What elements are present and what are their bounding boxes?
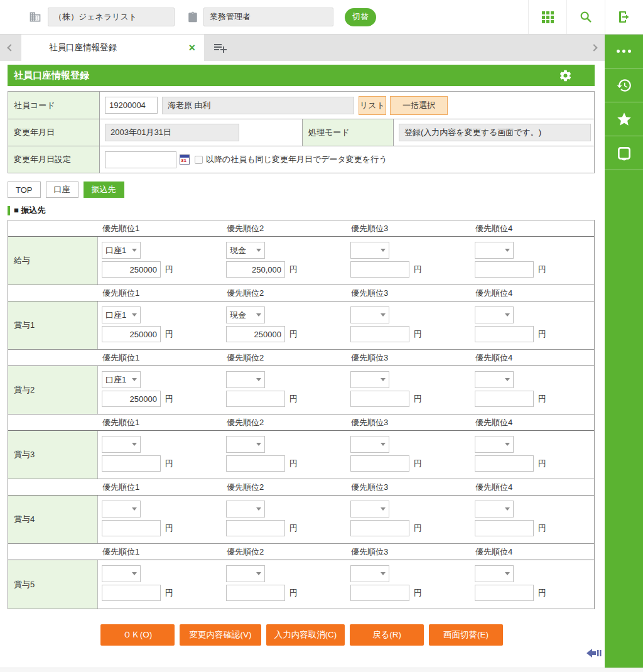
priority-cell: 口座1 円 bbox=[98, 237, 222, 285]
account-select[interactable] bbox=[226, 371, 265, 388]
favorites-button[interactable] bbox=[605, 102, 643, 136]
account-select[interactable]: 口座1 bbox=[102, 242, 141, 259]
priority-header-row: 優先順位1 優先順位2 優先順位3 優先順位4 bbox=[8, 415, 594, 431]
account-select[interactable] bbox=[102, 501, 141, 518]
priority-header: 優先順位1 bbox=[98, 546, 222, 558]
yen-label: 円 bbox=[414, 523, 422, 534]
collapse-sidebar-button[interactable] bbox=[586, 647, 603, 662]
account-select[interactable] bbox=[350, 501, 389, 518]
back-button[interactable]: 戻る(R) bbox=[350, 624, 424, 646]
bulk-select-button[interactable]: 一括選択 bbox=[390, 96, 448, 115]
account-select[interactable] bbox=[102, 436, 141, 453]
footer-buttons: ＯＫ(O) 変更内容確認(V) 入力内容取消(C) 戻る(R) 画面切替(E) bbox=[8, 624, 602, 646]
apply-following-checkbox[interactable] bbox=[195, 156, 203, 164]
amount-input[interactable] bbox=[226, 455, 285, 472]
account-select[interactable] bbox=[475, 242, 514, 259]
yen-label: 円 bbox=[538, 523, 546, 534]
amount-input[interactable] bbox=[475, 326, 534, 342]
amount-input[interactable] bbox=[226, 585, 285, 601]
tab-scroll-right-button[interactable] bbox=[586, 35, 602, 61]
switch-screen-button[interactable]: 画面切替(E) bbox=[429, 624, 503, 646]
amount-input[interactable] bbox=[102, 585, 161, 601]
tab-top[interactable]: TOP bbox=[8, 182, 41, 198]
ok-button[interactable]: ＯＫ(O) bbox=[100, 624, 175, 646]
priority-cell: 現金 円 bbox=[222, 237, 347, 285]
more-menu-button[interactable] bbox=[605, 35, 643, 68]
row-label: 賞与1 bbox=[8, 301, 98, 349]
tab-transfer[interactable]: 振込先 bbox=[84, 182, 124, 198]
cancel-input-button[interactable]: 入力内容取消(C) bbox=[266, 624, 345, 646]
amount-input[interactable] bbox=[475, 455, 534, 472]
app-grid-button[interactable] bbox=[528, 0, 566, 34]
confirm-changes-button[interactable]: 変更内容確認(V) bbox=[180, 624, 261, 646]
account-select[interactable] bbox=[226, 501, 265, 518]
change-date-setting-label: 変更年月日設定 bbox=[8, 146, 100, 173]
account-select[interactable] bbox=[350, 371, 389, 388]
account-select[interactable] bbox=[475, 501, 514, 518]
amount-input[interactable] bbox=[102, 455, 161, 472]
account-select[interactable] bbox=[102, 565, 141, 582]
account-select[interactable]: 口座1 bbox=[102, 371, 141, 388]
chevron-down-icon bbox=[381, 507, 386, 511]
account-select[interactable]: 現金 bbox=[226, 242, 265, 259]
list-button[interactable]: リスト bbox=[359, 96, 386, 115]
amount-input[interactable] bbox=[475, 585, 534, 601]
tab-close-icon[interactable]: × bbox=[188, 42, 195, 53]
amount-input[interactable] bbox=[350, 585, 409, 601]
account-select[interactable] bbox=[475, 306, 514, 323]
account-select[interactable]: 現金 bbox=[226, 306, 265, 323]
account-select[interactable] bbox=[475, 565, 514, 582]
company-field[interactable] bbox=[48, 8, 175, 26]
process-mode-label: 処理モード bbox=[302, 119, 394, 146]
account-select[interactable] bbox=[226, 436, 265, 453]
account-select[interactable] bbox=[350, 565, 389, 582]
amount-input[interactable] bbox=[475, 391, 534, 407]
account-select[interactable] bbox=[475, 436, 514, 453]
priority-header: 優先順位1 bbox=[98, 482, 222, 493]
amount-input[interactable] bbox=[350, 391, 409, 407]
amount-input[interactable] bbox=[102, 261, 161, 278]
tab-scroll-left-button[interactable] bbox=[0, 35, 21, 61]
yen-label: 円 bbox=[289, 393, 298, 404]
change-date-setting-input[interactable] bbox=[105, 151, 176, 168]
yen-label: 円 bbox=[414, 264, 422, 275]
amount-input[interactable] bbox=[226, 326, 285, 342]
amount-input[interactable] bbox=[350, 326, 409, 342]
amount-input[interactable] bbox=[475, 520, 534, 536]
account-select[interactable] bbox=[475, 371, 514, 388]
account-select[interactable] bbox=[350, 242, 389, 259]
account-select[interactable] bbox=[350, 436, 389, 453]
amount-input[interactable] bbox=[350, 520, 409, 536]
role-field[interactable] bbox=[203, 8, 333, 26]
gear-icon bbox=[559, 69, 572, 82]
employee-code-input[interactable] bbox=[105, 97, 158, 114]
amount-input[interactable] bbox=[226, 261, 285, 278]
calendar-icon[interactable]: 31 bbox=[180, 154, 190, 165]
account-select[interactable] bbox=[350, 306, 389, 323]
search-icon bbox=[579, 10, 593, 24]
section-accent-bar bbox=[8, 206, 10, 215]
tab-employee-account[interactable]: 社員口座情報登録 × bbox=[21, 35, 204, 61]
amount-input[interactable] bbox=[102, 520, 161, 536]
settings-button[interactable] bbox=[559, 69, 572, 82]
search-button[interactable] bbox=[566, 0, 605, 34]
tab-account[interactable]: 口座 bbox=[46, 182, 78, 198]
amount-input[interactable] bbox=[226, 520, 285, 536]
account-select[interactable] bbox=[226, 565, 265, 582]
account-select[interactable]: 口座1 bbox=[102, 306, 141, 323]
amount-input[interactable] bbox=[350, 261, 409, 278]
amount-input[interactable] bbox=[102, 391, 161, 407]
priority-cell: 口座1 円 bbox=[98, 301, 222, 349]
history-button[interactable] bbox=[605, 68, 643, 102]
collapse-arrow-icon bbox=[586, 647, 603, 659]
amount-input[interactable] bbox=[350, 455, 409, 472]
notes-button[interactable] bbox=[605, 136, 643, 170]
amount-input[interactable] bbox=[226, 391, 285, 407]
yen-label: 円 bbox=[538, 587, 546, 599]
amount-input[interactable] bbox=[475, 261, 534, 278]
logout-button[interactable] bbox=[605, 0, 643, 34]
priority-cell: 円 bbox=[98, 560, 222, 609]
add-tab-button[interactable] bbox=[204, 35, 237, 61]
switch-button[interactable]: 切替 bbox=[345, 8, 376, 26]
amount-input[interactable] bbox=[102, 326, 161, 342]
